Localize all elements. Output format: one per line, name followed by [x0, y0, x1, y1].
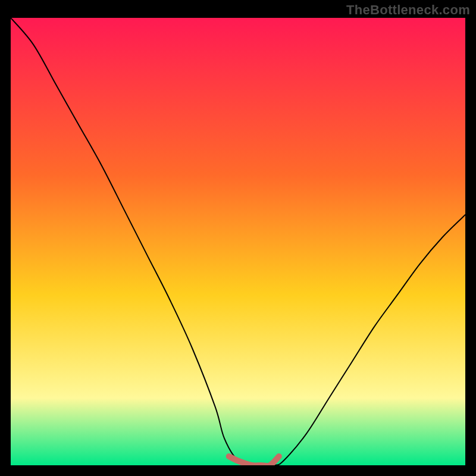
watermark-text: TheBottleneck.com	[346, 2, 470, 18]
plot-area	[11, 18, 465, 465]
gradient-background	[11, 18, 465, 465]
bottleneck-chart-svg	[11, 18, 465, 465]
chart-frame: TheBottleneck.com	[0, 0, 476, 476]
